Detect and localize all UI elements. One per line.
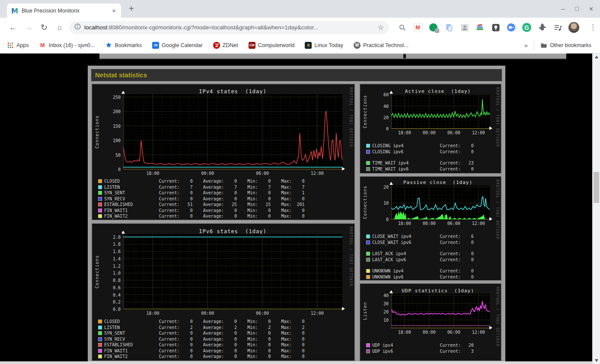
legend-text: LAST_ACK ipv4 Current: 0	[372, 251, 474, 256]
legend-row: CLOSING ipv4 Current: 0	[366, 143, 474, 149]
legend-text: LISTEN Current: 2 Average: 2 Min: 2 Max:…	[104, 325, 305, 330]
y-tick-label: 0.8	[102, 278, 121, 283]
y-tick-label: 0	[102, 167, 121, 172]
playlist-icon[interactable]	[553, 22, 563, 32]
legend-swatch	[366, 161, 370, 165]
rrdtool-watermark: RRDTOOL / TOBI OETIKER	[495, 180, 499, 240]
legend-swatch	[366, 234, 370, 238]
y-tick-label: 100	[102, 138, 121, 143]
legend-swatch	[98, 343, 102, 347]
legend-row: SYN_SENT Current: 0 Average: 0 Min: 0 Ma…	[98, 330, 305, 336]
bookmark-star-icon[interactable]: ☆	[378, 23, 384, 32]
legend-swatch	[98, 355, 102, 358]
new-tab-button[interactable]: +	[129, 4, 134, 14]
tab-close-icon[interactable]: ×	[111, 7, 117, 14]
graph-title: Active close (1day)	[386, 89, 490, 94]
x-tick-label: 06:00	[444, 221, 463, 226]
legend-row: UNKNOWN ipv4 Current: 0	[366, 268, 474, 274]
legend-swatch	[98, 320, 102, 323]
svg-text:M: M	[11, 7, 18, 14]
gmail-icon: M	[39, 42, 46, 49]
bookmark-linux-today[interactable]: lt Linux Today	[305, 42, 343, 49]
y-axis-arrow	[389, 182, 393, 185]
y-tick-label: 20	[370, 310, 389, 314]
zoom-camera-icon[interactable]	[506, 22, 516, 32]
legend-swatch	[366, 241, 370, 244]
legend-text: TIME_WAIT ipv6 Current: 0	[372, 167, 474, 171]
reload-icon[interactable]: ↻	[36, 22, 52, 32]
info-icon[interactable]	[74, 23, 81, 32]
browser-toolbar: ← → ↻ ⌂ localhost:8080/monitorix-cgi/mon…	[0, 18, 600, 37]
page-scrollbar[interactable]	[592, 54, 600, 364]
apps-shortcut[interactable]: Apps	[7, 42, 29, 49]
gmail-extension-icon[interactable]: M	[413, 22, 423, 32]
graph-ipv6-states[interactable]: IPv6 states (1day) Connections RRDTOOL /…	[91, 223, 355, 361]
bookmark-google-calendar[interactable]: 28 Google Calendar	[152, 42, 203, 49]
graph-title: IPv6 states (1day)	[123, 228, 342, 234]
y-tick-label: 10	[370, 318, 389, 323]
legend-text: CLOSE_WAIT ipv4 Current: 6	[372, 234, 474, 239]
person-extension-icon[interactable]	[460, 22, 469, 32]
graph-ipv4-states[interactable]: IPv4 states (1day) Connections RRDTOOL /…	[91, 83, 355, 221]
graph-active-close[interactable]: Active close (1day) Connections RRDTOOL …	[359, 83, 502, 174]
bookmark-zdnet[interactable]: ZDNet	[213, 42, 238, 49]
x-tick-label: 06:00	[444, 330, 463, 335]
legend-row: UNKNOWN ipv6 Current: 0	[366, 274, 474, 280]
bookmarks-bar: Apps M Inbox (16) - sjvn0... Bookmarks 2…	[0, 37, 600, 54]
back-icon[interactable]: ←	[5, 23, 21, 32]
graph-legend: CLOSE_WAIT ipv4 Current: 6CLOSE_WAIT ipv…	[366, 234, 474, 280]
close-button[interactable]: ×	[589, 5, 593, 13]
rrdtool-watermark: RRDTOOL / TOBI OETIKER	[349, 87, 353, 147]
forward-icon[interactable]: →	[21, 23, 36, 32]
maximize-button[interactable]: □	[575, 5, 578, 13]
minimize-button[interactable]: –	[561, 5, 565, 13]
y-axis-label: Connections	[93, 234, 100, 309]
bookmark-practical-technology[interactable]: W Practical Technol...	[354, 42, 409, 49]
legend-row: CLOSE_WAIT ipv6 Current: 0	[366, 240, 474, 246]
search-icon[interactable]	[397, 22, 407, 32]
legend-text: UNKNOWN ipv6 Current: 0	[372, 275, 474, 279]
graph-legend: UDP ipv4 Current: 20UDP ipv6 Current: 3	[366, 342, 474, 354]
copy-pages-icon[interactable]	[444, 22, 454, 32]
y-axis-arrow	[121, 91, 125, 94]
y-axis-label: Connections	[93, 94, 100, 169]
home-icon[interactable]: ⌂	[52, 23, 67, 32]
x-tick-label: 06:00	[444, 130, 463, 135]
other-bookmarks-button[interactable]: Other bookmarks	[540, 42, 591, 49]
scrollbar-thumb[interactable]	[594, 172, 599, 203]
grammarly-icon[interactable]: G	[522, 22, 532, 32]
bookmark-computerworld[interactable]: CW Computerworld	[249, 42, 295, 49]
y-tick-label: 0	[370, 127, 389, 131]
url-bar[interactable]: localhost:8080/monitorix-cgi/monitorix.c…	[69, 21, 389, 34]
passive-close-plot	[391, 185, 490, 219]
legend-text: SYN_RECV Current: 0 Average: 0 Min: 0 Ma…	[104, 337, 305, 342]
bookmark-inbox[interactable]: M Inbox (16) - sjvn0...	[39, 42, 95, 49]
y-tick-label: 20	[370, 185, 389, 190]
legend-swatch	[366, 150, 370, 154]
legend-text: SYN_SENT Current: 0 Average: 0 Min: 0 Ma…	[104, 331, 305, 336]
graph-udp-statistics[interactable]: UDP statistics (1day) Listen RRDTOOL / T…	[359, 283, 502, 361]
legend-swatch	[98, 197, 102, 201]
legend-text: FIN_WAIT1 Current: 0 Average: 0 Min: 0 M…	[104, 348, 305, 353]
legend-row: FIN_WAIT2 Current: 0 Average: 0 Min: 0 M…	[98, 354, 305, 360]
ipv4-states-plot	[123, 94, 342, 169]
graph-legend: CLOSING ipv4 Current: 0CLOSING ipv6 Curr…	[366, 143, 474, 172]
scroll-up-icon[interactable]	[593, 54, 600, 60]
window-bottom-edge	[0, 361, 593, 364]
legend-swatch	[98, 191, 102, 195]
google-voice-icon[interactable]: ?	[428, 22, 438, 32]
x-tick-label: 12:00	[469, 330, 488, 335]
graph-passive-close[interactable]: Passive close (1day) Connections RRDTOOL…	[359, 176, 502, 281]
browser-menu-icon[interactable]: ⋮	[589, 23, 597, 32]
profile-avatar[interactable]	[568, 22, 579, 33]
y-axis-label: Connections	[361, 185, 368, 219]
bookmark-bookmarks[interactable]: Bookmarks	[105, 42, 142, 49]
books-stack-icon[interactable]	[475, 22, 485, 32]
y-tick-label: 50	[102, 153, 121, 158]
extensions-puzzle-icon[interactable]	[537, 22, 547, 32]
browser-tab[interactable]: M Blue Precision Monitorix ×	[7, 3, 121, 18]
lamp-extension-icon[interactable]	[491, 22, 501, 32]
bookmarks-overflow-icon[interactable]: »	[524, 41, 528, 49]
scroll-down-icon[interactable]	[593, 357, 600, 364]
calendar-icon: 28	[152, 42, 159, 49]
